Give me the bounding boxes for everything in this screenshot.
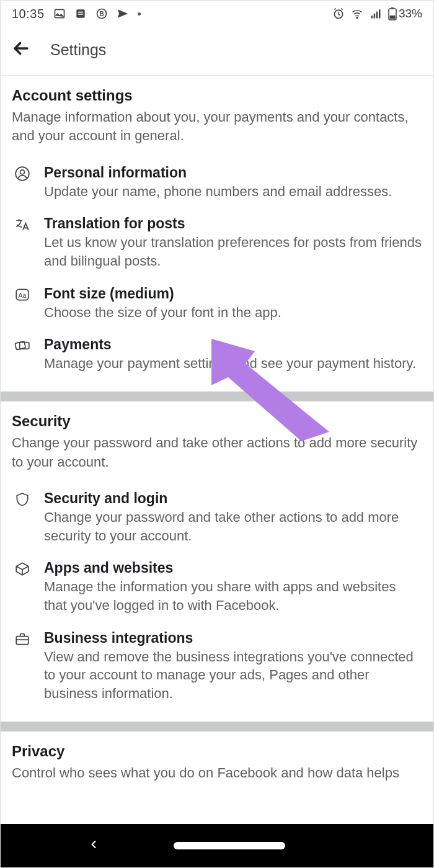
- section-desc: Change your password and take other acti…: [12, 434, 422, 472]
- signal-icon: [370, 7, 382, 20]
- item-desc: Choose the size of your font in the app.: [44, 303, 422, 322]
- translate-icon: [12, 215, 33, 233]
- item-title: Font size (medium): [44, 285, 422, 302]
- app-header: Settings: [1, 27, 433, 76]
- more-dot-icon: [138, 12, 141, 16]
- page-title: Settings: [50, 41, 106, 59]
- item-title: Personal information: [44, 164, 422, 181]
- svg-rect-14: [389, 16, 395, 19]
- item-desc: Let us know your translation preferences…: [44, 233, 422, 270]
- item-font-size[interactable]: Aa Font size (medium) Choose the size of…: [12, 278, 422, 329]
- status-bar: 10:35 B 33%: [1, 1, 433, 27]
- note-icon: [74, 7, 87, 20]
- item-desc: Manage your payment settings and see you…: [44, 354, 422, 373]
- item-apps-websites[interactable]: Apps and websites Manage the information…: [12, 552, 422, 622]
- svg-text:B: B: [99, 11, 104, 17]
- section-divider: [1, 391, 433, 401]
- section-title: Privacy: [12, 743, 422, 760]
- svg-rect-3: [78, 14, 82, 15]
- cube-icon: [12, 560, 33, 577]
- alarm-icon: [332, 7, 345, 20]
- svg-point-7: [356, 17, 358, 19]
- item-security-login[interactable]: Security and login Change your password …: [12, 483, 422, 552]
- svg-rect-9: [374, 14, 376, 19]
- back-button[interactable]: [11, 38, 32, 61]
- section-security: Security Change your password and take o…: [1, 401, 433, 722]
- item-title: Translation for posts: [44, 215, 422, 232]
- svg-rect-13: [391, 7, 394, 9]
- nav-back-button[interactable]: [87, 838, 100, 853]
- svg-text:Aa: Aa: [18, 292, 27, 299]
- section-title: Security: [12, 413, 422, 430]
- item-title: Payments: [44, 336, 422, 353]
- svg-point-16: [20, 170, 25, 174]
- section-privacy: Privacy Control who sees what you do on …: [1, 732, 433, 785]
- section-desc: Control who sees what you do on Facebook…: [12, 764, 422, 782]
- shield-icon: [12, 490, 33, 508]
- item-desc: Manage the information you share with ap…: [44, 578, 422, 614]
- wifi-icon: [351, 7, 363, 20]
- payments-icon: [12, 336, 33, 354]
- font-size-icon: Aa: [12, 285, 33, 303]
- android-nav-bar: [1, 824, 433, 867]
- item-business-integrations[interactable]: Business integrations View and remove th…: [12, 622, 422, 710]
- section-divider: [1, 722, 433, 732]
- svg-rect-21: [16, 636, 29, 644]
- briefcase-icon: [12, 630, 33, 647]
- svg-rect-11: [379, 9, 381, 18]
- svg-rect-10: [376, 12, 378, 19]
- item-translation[interactable]: Translation for posts Let us know your t…: [12, 208, 422, 277]
- status-time: 10:35: [12, 7, 45, 21]
- circle-b-icon: B: [95, 7, 108, 20]
- item-desc: View and remove the business integration…: [44, 648, 422, 703]
- image-icon: [53, 7, 66, 20]
- nav-home-pill[interactable]: [174, 842, 285, 849]
- item-title: Security and login: [44, 490, 422, 507]
- section-desc: Manage information about you, your payme…: [12, 108, 422, 146]
- item-personal-information[interactable]: Personal information Update your name, p…: [12, 157, 422, 208]
- item-desc: Change your password and take other acti…: [44, 508, 422, 545]
- send-icon: [117, 7, 129, 20]
- item-payments[interactable]: Payments Manage your payment settings an…: [12, 329, 422, 380]
- item-title: Apps and websites: [44, 560, 422, 576]
- svg-rect-8: [371, 16, 373, 18]
- section-title: Account settings: [12, 87, 422, 104]
- battery-percent: 33%: [399, 7, 422, 20]
- section-account-settings: Account settings Manage information abou…: [1, 76, 433, 391]
- battery-indicator: 33%: [388, 7, 422, 20]
- item-title: Business integrations: [44, 630, 422, 647]
- user-circle-icon: [12, 164, 33, 182]
- item-desc: Update your name, phone numbers and emai…: [44, 182, 422, 201]
- svg-rect-2: [78, 12, 82, 13]
